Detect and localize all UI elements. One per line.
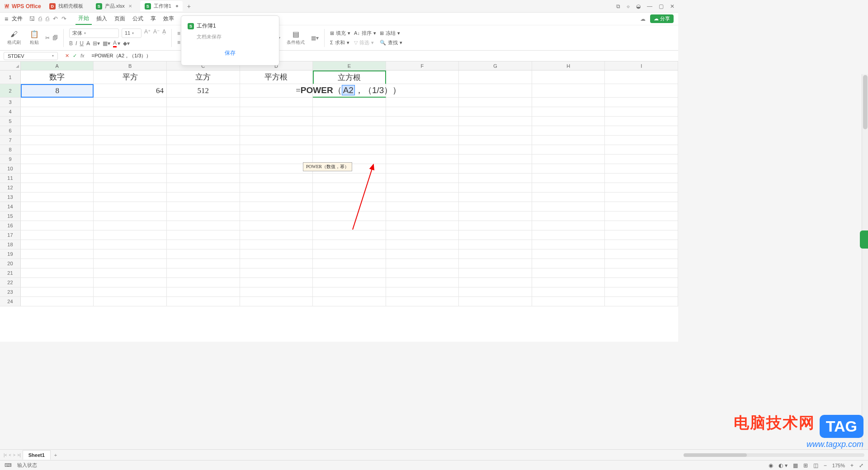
cell[interactable] — [167, 136, 240, 145]
cell[interactable] — [167, 164, 240, 174]
cell[interactable] — [94, 202, 167, 212]
cell[interactable] — [386, 174, 459, 183]
save-icon[interactable]: 🖫 — [29, 15, 35, 22]
tab-product[interactable]: S产品.xlsx✕ — [91, 1, 137, 11]
cell[interactable] — [240, 287, 313, 297]
cell[interactable] — [94, 278, 167, 287]
undo-icon[interactable]: ↶ — [53, 15, 58, 22]
accept-formula-icon[interactable]: ✓ — [73, 53, 77, 59]
row-header[interactable]: 4 — [0, 107, 21, 117]
cell[interactable] — [167, 174, 240, 183]
col-I[interactable]: I — [605, 61, 678, 70]
cell[interactable] — [386, 164, 459, 174]
cell[interactable] — [240, 155, 313, 164]
format-brush[interactable]: 🖌格式刷 — [5, 30, 24, 46]
cell[interactable] — [21, 230, 94, 240]
freeze-button[interactable]: ⊞ 冻结 ▾ — [380, 30, 402, 37]
cell[interactable] — [21, 212, 94, 221]
cell[interactable] — [240, 145, 313, 155]
cell[interactable] — [386, 136, 459, 145]
menu-formula[interactable]: 公式 — [130, 13, 146, 24]
cell[interactable] — [94, 136, 167, 145]
cell[interactable] — [532, 107, 605, 117]
cell[interactable] — [605, 221, 678, 230]
cell[interactable] — [21, 117, 94, 126]
cell[interactable] — [167, 202, 240, 212]
tab-template[interactable]: D找稻壳模板 — [45, 1, 88, 11]
cell[interactable] — [459, 268, 532, 278]
cell[interactable] — [386, 145, 459, 155]
cell[interactable] — [167, 297, 240, 306]
cell-I2[interactable] — [605, 84, 678, 98]
cell[interactable] — [532, 136, 605, 145]
row-header[interactable]: 10 — [0, 164, 21, 174]
cell[interactable] — [21, 98, 94, 107]
cell[interactable] — [532, 155, 605, 164]
cell[interactable] — [21, 268, 94, 278]
cell[interactable] — [605, 117, 678, 126]
cell-B1[interactable]: 平方 — [94, 70, 167, 84]
cell[interactable] — [313, 249, 386, 259]
cell[interactable] — [459, 126, 532, 136]
cell[interactable] — [167, 183, 240, 193]
row-header[interactable]: 12 — [0, 183, 21, 193]
font-select[interactable]: 宋体▾ — [69, 28, 119, 38]
align-left-icon[interactable]: ≡ — [177, 39, 180, 46]
cell[interactable] — [605, 297, 678, 306]
cell[interactable] — [532, 126, 605, 136]
strike-icon[interactable]: A̶ — [86, 40, 90, 47]
cell[interactable] — [94, 240, 167, 249]
cell[interactable] — [313, 230, 386, 240]
cell[interactable] — [386, 155, 459, 164]
cell[interactable] — [605, 98, 678, 107]
cell[interactable] — [459, 136, 532, 145]
maximize-icon[interactable]: ▢ — [659, 3, 664, 9]
cell[interactable] — [167, 287, 240, 297]
cell[interactable] — [605, 249, 678, 259]
cube-icon[interactable]: ⟐ — [627, 3, 630, 9]
cell[interactable] — [313, 278, 386, 287]
row-header[interactable]: 9 — [0, 155, 21, 164]
cell[interactable] — [605, 212, 678, 221]
cell[interactable] — [605, 183, 678, 193]
cell-style-icon[interactable]: ▦▾ — [103, 40, 110, 47]
cell[interactable] — [240, 174, 313, 183]
filter-button[interactable]: ▽ 筛选 ▾ — [354, 39, 376, 46]
cell[interactable] — [459, 287, 532, 297]
row-header[interactable]: 7 — [0, 136, 21, 145]
row-header[interactable]: 11 — [0, 174, 21, 183]
row-header[interactable]: 3 — [0, 98, 21, 107]
cell[interactable] — [240, 278, 313, 287]
cell[interactable] — [605, 193, 678, 202]
cell-A1[interactable]: 数字 — [21, 70, 94, 84]
formula-input[interactable]: =POWER（A2，（1/3）） — [88, 52, 678, 60]
cell[interactable] — [459, 278, 532, 287]
cell[interactable] — [167, 259, 240, 268]
cell-G2[interactable] — [459, 84, 532, 98]
save-button[interactable]: 保存 — [181, 46, 279, 61]
clear-format-icon[interactable]: Ạ — [162, 28, 166, 38]
cell[interactable] — [94, 221, 167, 230]
row-header[interactable]: 15 — [0, 212, 21, 221]
paste-button[interactable]: 📋粘贴 — [27, 30, 42, 46]
cell[interactable] — [313, 287, 386, 297]
cell[interactable] — [386, 193, 459, 202]
cell[interactable] — [459, 155, 532, 164]
file-menu[interactable]: 文件 — [12, 15, 23, 23]
cell[interactable] — [313, 98, 386, 107]
cell[interactable] — [240, 221, 313, 230]
cell[interactable] — [94, 107, 167, 117]
row-header[interactable]: 18 — [0, 240, 21, 249]
cell[interactable] — [532, 202, 605, 212]
border-icon[interactable]: ⊞▾ — [93, 40, 100, 47]
fill-color-icon[interactable]: ◆▾ — [123, 40, 130, 47]
cell[interactable] — [459, 183, 532, 193]
cell[interactable] — [386, 107, 459, 117]
cell[interactable] — [459, 117, 532, 126]
cell[interactable] — [240, 164, 313, 174]
cell[interactable] — [94, 230, 167, 240]
menu-share[interactable]: 享 — [148, 13, 159, 24]
cell[interactable] — [459, 98, 532, 107]
cell[interactable] — [605, 155, 678, 164]
cell[interactable] — [167, 240, 240, 249]
